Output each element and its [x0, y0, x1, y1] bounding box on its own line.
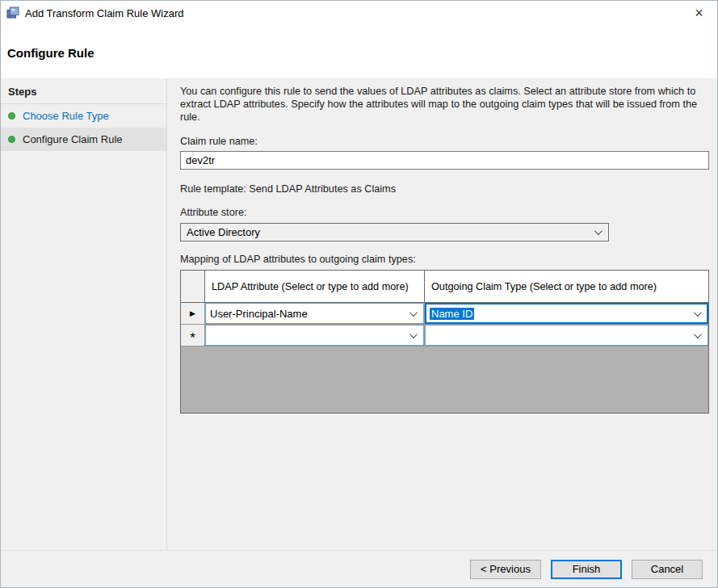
chevron-down-icon: [689, 304, 703, 323]
outgoing-claim-type-select[interactable]: Name ID: [425, 303, 708, 324]
wizard-icon: [6, 6, 19, 19]
step-item-configure-claim-rule[interactable]: Configure Claim Rule: [1, 128, 166, 151]
attribute-store-select[interactable]: Active Directory: [180, 223, 609, 242]
window-title: Add Transform Claim Rule Wizard: [25, 7, 184, 19]
grid-cell-outgoing: Name ID: [425, 303, 708, 324]
close-icon: ×: [695, 5, 703, 22]
title-bar: Add Transform Claim Rule Wizard ×: [1, 1, 717, 25]
current-row-icon: ▶: [190, 309, 195, 317]
grid-col-header-outgoing[interactable]: Outgoing Claim Type (Select or type to a…: [425, 271, 708, 302]
claim-rule-name-label: Claim rule name:: [180, 136, 709, 147]
table-row: ▶ User-Principal-Name Name ID: [181, 303, 708, 325]
new-row-icon: *: [190, 328, 195, 342]
ldap-attribute-select[interactable]: [205, 325, 424, 346]
step-status-icon: [8, 112, 15, 120]
step-item-choose-rule-type[interactable]: Choose Rule Type: [1, 104, 166, 128]
step-status-icon: [8, 136, 15, 143]
steps-panel: Steps Choose Rule Type Configure Claim R…: [1, 78, 167, 552]
cancel-button[interactable]: Cancel: [632, 560, 703, 579]
grid-cell-ldap: [205, 325, 425, 346]
content-pane: You can configure this rule to send the …: [167, 78, 718, 552]
rule-template-text: Rule template: Send LDAP Attributes as C…: [180, 183, 709, 195]
grid-corner-cell[interactable]: [181, 271, 205, 302]
claim-rule-name-input[interactable]: [180, 151, 709, 170]
grid-col-header-ldap[interactable]: LDAP Attribute (Select or type to add mo…: [205, 271, 425, 302]
selected-text: Name ID: [430, 308, 474, 320]
table-row-new: *: [181, 325, 708, 346]
wizard-dialog: Add Transform Claim Rule Wizard × Config…: [0, 0, 718, 588]
step-label: Configure Claim Rule: [23, 133, 123, 145]
chevron-down-icon: [590, 224, 604, 241]
chevron-down-icon: [405, 326, 419, 345]
steps-header: Steps: [1, 78, 166, 104]
grid-cell-outgoing: [425, 325, 708, 346]
chevron-down-icon: [689, 326, 703, 345]
rule-description: You can configure this rule to send the …: [180, 85, 709, 124]
attribute-store-value: Active Directory: [187, 226, 260, 238]
ldap-attribute-value: User-Principal-Name: [210, 308, 308, 320]
footer-bar: < Previous Finish Cancel: [1, 550, 718, 587]
mapping-label: Mapping of LDAP attributes to outgoing c…: [180, 254, 709, 265]
ldap-attribute-select[interactable]: User-Principal-Name: [205, 303, 424, 324]
close-button[interactable]: ×: [681, 1, 717, 25]
step-label: Choose Rule Type: [23, 110, 109, 122]
grid-cell-ldap: User-Principal-Name: [205, 303, 425, 324]
attribute-store-label: Attribute store:: [180, 207, 709, 218]
chevron-down-icon: [405, 304, 419, 323]
row-selector[interactable]: *: [181, 325, 205, 346]
outgoing-claim-type-select[interactable]: [425, 325, 708, 346]
mapping-grid: LDAP Attribute (Select or type to add mo…: [180, 270, 709, 414]
finish-button[interactable]: Finish: [551, 560, 622, 579]
grid-header-row: LDAP Attribute (Select or type to add mo…: [181, 271, 708, 303]
row-selector[interactable]: ▶: [181, 303, 205, 324]
previous-button[interactable]: < Previous: [470, 560, 541, 579]
page-title: Configure Rule: [7, 46, 94, 60]
